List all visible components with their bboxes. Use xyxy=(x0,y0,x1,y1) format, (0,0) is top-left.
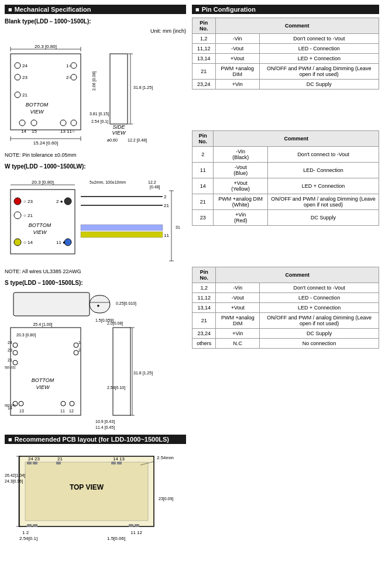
pin-function: +Vin xyxy=(216,329,260,339)
pin-no: 13,14 xyxy=(192,303,216,313)
svg-text:2.54 [0.1]: 2.54 [0.1] xyxy=(91,119,108,124)
table-row: 11,12 -Vout LED - Connection xyxy=(192,293,379,303)
table-row: 21 PWM +analog DIM ON/OFF and PWM / anal… xyxy=(192,313,379,329)
svg-text:21: 21 xyxy=(22,92,27,98)
svg-point-13 xyxy=(71,74,77,80)
pin-comment: DC Supply xyxy=(259,80,379,89)
svg-rect-126 xyxy=(135,524,139,527)
svg-point-46 xyxy=(14,212,21,219)
table-row: 13,14 +Vout LED + Connection xyxy=(192,303,379,313)
mechanical-header: ■ Mechanical Specification xyxy=(5,5,186,14)
svg-text:12.2: 12.2 xyxy=(148,180,156,184)
pin-function: +Vout xyxy=(215,54,259,64)
svg-text:11: 11 xyxy=(60,409,65,413)
pin-no: 23 xyxy=(192,210,214,226)
pin-function: +Vout xyxy=(216,303,260,313)
table-row: 11,12 -Vout LED - Connection xyxy=(192,44,379,54)
svg-text:2.54[0.10]: 2.54[0.10] xyxy=(107,385,125,390)
svg-text:1.5[0.06]: 1.5[0.06] xyxy=(107,536,125,541)
svg-text:0.5[0.02]: 0.5[0.02] xyxy=(5,366,16,369)
svg-rect-70 xyxy=(13,292,90,316)
w-type-diagram: 20.3 [0.80] ○ 23 ○ 21 ○ 14 2 ● 11 ● BOTT… xyxy=(5,173,186,265)
svg-rect-118 xyxy=(27,462,32,464)
table-row: 21 PWM +analog DIM (White) ON/OFF and PW… xyxy=(192,194,379,210)
svg-point-91 xyxy=(19,401,23,406)
svg-text:0.25[0.010]: 0.25[0.010] xyxy=(116,301,136,306)
svg-text:VIEW: VIEW xyxy=(112,130,126,136)
pin-no: 23,24 xyxy=(192,80,216,89)
svg-point-85 xyxy=(74,343,78,347)
svg-text:12.2 [0.48]: 12.2 [0.48] xyxy=(128,138,147,143)
svg-text:15: 15 xyxy=(32,129,37,134)
svg-text:24.3[0.96]: 24.3[0.96] xyxy=(5,479,23,484)
pin-table-2: Pin No. Comment 2 -Vin(Black) Don't conn… xyxy=(192,130,379,226)
svg-text:13: 13 xyxy=(19,409,24,413)
pcb-diagram: TOP VIEW 24 23 21 14 13 1 2 11 12 xyxy=(5,447,186,542)
svg-text:24: 24 xyxy=(22,63,27,68)
col-comment-3: Comment xyxy=(216,267,379,283)
pin-no: 2 xyxy=(192,147,214,163)
svg-point-93 xyxy=(61,401,66,406)
svg-text:VIEW: VIEW xyxy=(36,384,50,390)
svg-text:13: 13 xyxy=(60,129,66,134)
svg-text:2.54[0.1]: 2.54[0.1] xyxy=(19,536,37,541)
svg-point-15 xyxy=(19,120,25,126)
pin-function: PWM +analog DIM (White) xyxy=(214,194,268,210)
svg-text:VIEW: VIEW xyxy=(30,109,44,115)
svg-text:1.0[0.04]: 1.0[0.04] xyxy=(5,404,16,407)
svg-text:31.8 [1.25]: 31.8 [1.25] xyxy=(133,85,153,90)
s-type-diagram: ● 0.25[0.010] 1.5[0.059] 25.4 [1.00] 20.… xyxy=(5,290,186,431)
svg-text:23: 23 xyxy=(8,348,12,352)
svg-rect-71 xyxy=(90,295,110,313)
s-type-title: S type(LDD－1000~1500LS): xyxy=(5,279,186,287)
table-row: 1,2 -Vin Don't connect to -Vout xyxy=(192,34,379,44)
svg-text:○ 21: ○ 21 xyxy=(23,213,33,218)
pin-function: PWM +analog DIM xyxy=(216,313,260,329)
pin-comment: Don't connect to -Vout xyxy=(260,283,379,293)
pin-config-title: Pin Configuration xyxy=(202,6,256,13)
svg-text:●: ● xyxy=(97,303,100,308)
svg-rect-121 xyxy=(111,462,116,464)
svg-point-95 xyxy=(70,401,74,406)
svg-text:11: 11 xyxy=(164,233,169,238)
svg-rect-101 xyxy=(113,328,130,415)
pin-table-1: Pin No. Comment 1,2 -Vin Don't connect t… xyxy=(192,18,379,89)
pin-function: -Vout(Blue) xyxy=(214,163,268,178)
svg-text:24 23: 24 23 xyxy=(28,456,40,462)
svg-text:23[0.09]: 23[0.09] xyxy=(159,497,173,501)
svg-text:2○: 2○ xyxy=(66,75,71,80)
pin-comment: LED + Connection xyxy=(268,178,379,194)
blank-type-note: NOTE: Pin tolerance ±0.05mm xyxy=(5,152,186,158)
mechanical-title: Mechanical Specification xyxy=(15,6,91,13)
svg-text:BOTTOM: BOTTOM xyxy=(26,102,49,108)
svg-point-79 xyxy=(13,343,18,347)
pin-function: -Vout xyxy=(216,293,260,303)
svg-text:○ 23: ○ 23 xyxy=(23,199,33,204)
svg-text:15.24 [0.60]: 15.24 [0.60] xyxy=(33,140,58,146)
left-column: ■ Mechanical Specification Blank type(LD… xyxy=(5,5,186,546)
svg-text:26.42[1.04]: 26.42[1.04] xyxy=(5,473,25,478)
svg-point-48 xyxy=(14,239,21,246)
svg-text:21: 21 xyxy=(57,456,63,462)
svg-text:14: 14 xyxy=(21,129,26,134)
svg-text:1: 1 xyxy=(78,340,81,345)
svg-text:25.4 [1.00]: 25.4 [1.00] xyxy=(33,322,52,327)
pin-function: -Vin xyxy=(215,34,259,44)
blank-type-diagram: 20.3 [0.80] 24 23 21 1○ 2○ 14 11○ 15 xyxy=(5,36,186,149)
svg-rect-125 xyxy=(129,524,133,527)
table-row: 14 +Vout(Yellow) LED + Connection xyxy=(192,178,379,194)
svg-text:5±2mm, 100±10mm: 5±2mm, 100±10mm xyxy=(90,180,126,184)
table-row: others N.C No connection xyxy=(192,339,379,349)
unit-note: Unit: mm (inch) xyxy=(5,28,186,34)
pin-comment: Don't connect to -Vout xyxy=(268,147,379,163)
svg-text:3.81 [0.15]: 3.81 [0.15] xyxy=(90,112,109,116)
table-row: 13,14 +Vout LED + Connection xyxy=(192,54,379,64)
pin-comment: ON/OFF and PWM / analog Dimming (Leave o… xyxy=(260,313,379,329)
svg-point-5 xyxy=(15,63,20,68)
w-type-svg: 20.3 [0.80] ○ 23 ○ 21 ○ 14 2 ● 11 ● BOTT… xyxy=(5,173,180,264)
pin-no: 21 xyxy=(192,64,216,80)
pin-function: PWM +analog DIM xyxy=(215,64,259,80)
blank-type-svg: 20.3 [0.80] 24 23 21 1○ 2○ 14 11○ 15 xyxy=(5,36,180,147)
svg-text:ø0.60: ø0.60 xyxy=(107,138,118,142)
w-type-title: W type(LDD－1000~1500LW): xyxy=(5,163,186,171)
